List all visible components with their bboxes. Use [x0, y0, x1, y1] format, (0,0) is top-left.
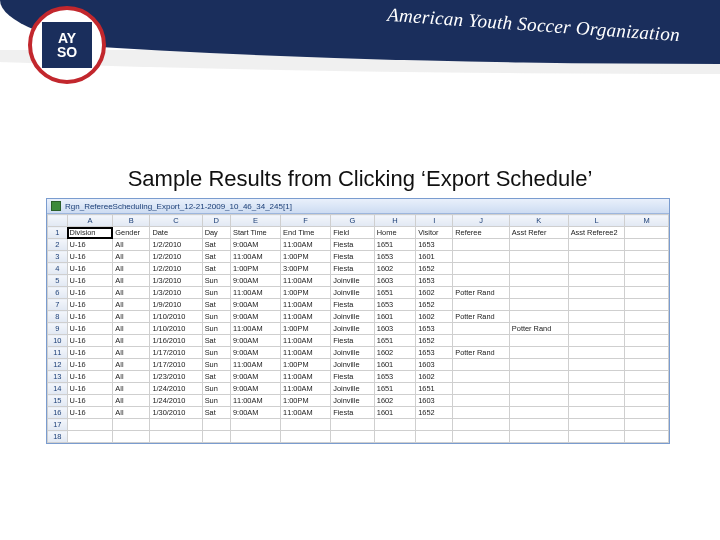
cell[interactable] — [568, 335, 625, 347]
cell[interactable]: 1/10/2010 — [150, 323, 202, 335]
cell[interactable]: 1651 — [416, 383, 453, 395]
cell[interactable]: Fiesta — [331, 263, 375, 275]
cell[interactable]: Fiesta — [331, 239, 375, 251]
cell[interactable]: Fiesta — [331, 299, 375, 311]
cell[interactable] — [509, 263, 568, 275]
cell[interactable]: 1653 — [416, 275, 453, 287]
cell[interactable] — [625, 419, 669, 431]
cell[interactable]: U-16 — [67, 407, 113, 419]
cell[interactable]: Sun — [202, 323, 230, 335]
cell[interactable]: All — [113, 347, 150, 359]
cell[interactable] — [568, 263, 625, 275]
cell[interactable]: Sun — [202, 359, 230, 371]
row-number[interactable]: 8 — [48, 311, 68, 323]
cell[interactable]: U-16 — [67, 395, 113, 407]
col-letter[interactable]: B — [113, 215, 150, 227]
cell[interactable] — [67, 431, 113, 443]
cell[interactable] — [509, 347, 568, 359]
header-cell[interactable]: Referee — [453, 227, 510, 239]
cell[interactable] — [568, 275, 625, 287]
header-cell[interactable]: Date — [150, 227, 202, 239]
cell[interactable] — [453, 263, 510, 275]
header-cell[interactable]: Home — [374, 227, 415, 239]
col-letter[interactable]: J — [453, 215, 510, 227]
row-number[interactable]: 14 — [48, 383, 68, 395]
cell[interactable]: Sun — [202, 383, 230, 395]
col-letter[interactable]: D — [202, 215, 230, 227]
cell[interactable]: 11:00AM — [281, 299, 331, 311]
cell[interactable] — [374, 419, 415, 431]
cell[interactable]: 1/2/2010 — [150, 251, 202, 263]
header-cell[interactable]: Asst Refer — [509, 227, 568, 239]
cell[interactable] — [453, 419, 510, 431]
cell[interactable] — [331, 419, 375, 431]
cell[interactable] — [453, 407, 510, 419]
cell[interactable] — [453, 251, 510, 263]
col-letter[interactable]: G — [331, 215, 375, 227]
col-letter[interactable]: K — [509, 215, 568, 227]
cell[interactable] — [509, 395, 568, 407]
cell[interactable]: 1653 — [416, 347, 453, 359]
cell[interactable]: 1653 — [374, 251, 415, 263]
cell[interactable]: 1/24/2010 — [150, 395, 202, 407]
cell[interactable] — [453, 239, 510, 251]
row-number[interactable]: 7 — [48, 299, 68, 311]
cell[interactable] — [67, 419, 113, 431]
cell[interactable]: Joinville — [331, 323, 375, 335]
cell[interactable]: 1603 — [416, 359, 453, 371]
cell[interactable] — [568, 395, 625, 407]
cell[interactable]: All — [113, 287, 150, 299]
cell[interactable]: 1652 — [416, 263, 453, 275]
cell[interactable]: Fiesta — [331, 335, 375, 347]
cell[interactable]: 1602 — [416, 311, 453, 323]
cell[interactable] — [625, 263, 669, 275]
cell[interactable] — [625, 239, 669, 251]
cell[interactable]: Sun — [202, 347, 230, 359]
cell[interactable] — [625, 371, 669, 383]
cell[interactable] — [453, 323, 510, 335]
cell[interactable]: 11:00AM — [281, 239, 331, 251]
cell[interactable]: 1/16/2010 — [150, 335, 202, 347]
header-cell[interactable]: Field — [331, 227, 375, 239]
col-letter[interactable]: C — [150, 215, 202, 227]
cell[interactable]: Fiesta — [331, 407, 375, 419]
cell[interactable]: 1603 — [416, 395, 453, 407]
cell[interactable]: All — [113, 395, 150, 407]
cell[interactable]: 1:00PM — [230, 263, 280, 275]
cell[interactable]: Joinville — [331, 395, 375, 407]
cell[interactable]: 9:00AM — [230, 383, 280, 395]
cell[interactable]: 9:00AM — [230, 335, 280, 347]
cell[interactable] — [331, 431, 375, 443]
cell[interactable]: 11:00AM — [281, 407, 331, 419]
row-number[interactable]: 17 — [48, 419, 68, 431]
cell[interactable] — [113, 419, 150, 431]
cell[interactable]: U-16 — [67, 335, 113, 347]
cell[interactable] — [568, 311, 625, 323]
cell[interactable] — [453, 383, 510, 395]
cell[interactable] — [509, 299, 568, 311]
cell[interactable]: 1:00PM — [281, 251, 331, 263]
cell[interactable]: U-16 — [67, 371, 113, 383]
cell[interactable] — [568, 347, 625, 359]
cell[interactable]: 1602 — [416, 287, 453, 299]
header-cell[interactable]: Division — [67, 227, 113, 239]
cell[interactable] — [509, 239, 568, 251]
cell[interactable] — [568, 359, 625, 371]
cell[interactable]: Sat — [202, 239, 230, 251]
cell[interactable]: U-16 — [67, 323, 113, 335]
cell[interactable] — [509, 407, 568, 419]
cell[interactable]: All — [113, 359, 150, 371]
cell[interactable]: 11:00AM — [230, 251, 280, 263]
col-letter[interactable]: M — [625, 215, 669, 227]
cell[interactable] — [230, 431, 280, 443]
cell[interactable] — [509, 419, 568, 431]
cell[interactable] — [416, 419, 453, 431]
cell[interactable]: 1/3/2010 — [150, 275, 202, 287]
cell[interactable] — [625, 407, 669, 419]
cell[interactable]: Joinville — [331, 275, 375, 287]
cell[interactable]: 1602 — [374, 395, 415, 407]
cell[interactable]: 11:00AM — [281, 311, 331, 323]
cell[interactable]: All — [113, 335, 150, 347]
cell[interactable]: 1603 — [374, 275, 415, 287]
cell[interactable]: 1:00PM — [281, 287, 331, 299]
